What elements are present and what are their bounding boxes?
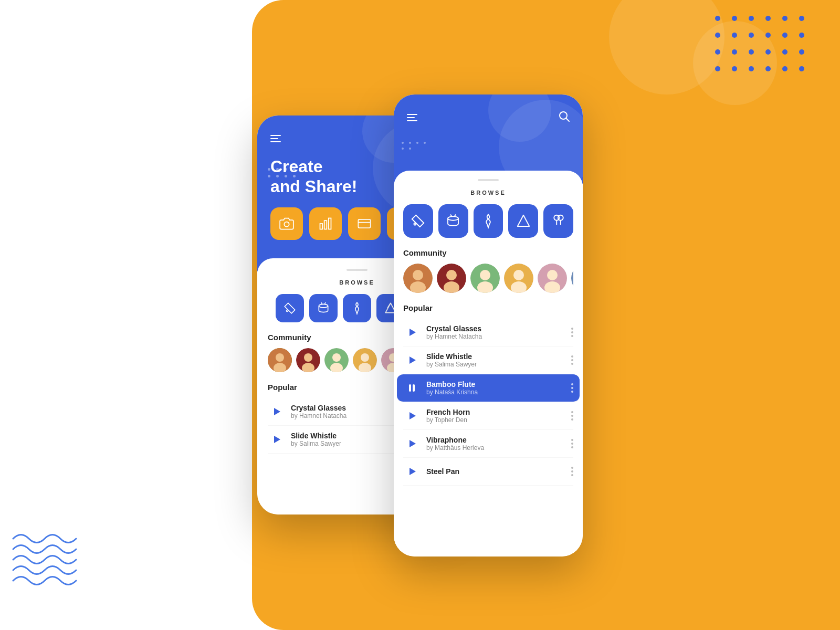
r-cat-drum[interactable]: [438, 204, 468, 238]
play-btn-1[interactable]: [268, 403, 285, 420]
r-track-item-1[interactable]: Crystal Glasses by Hamnet Natacha: [403, 319, 573, 346]
svg-line-11: [324, 302, 326, 304]
rhd: [409, 142, 411, 144]
r-play-btn-1[interactable]: [403, 324, 420, 341]
avatar-2[interactable]: [296, 348, 320, 372]
r-track-item-2[interactable]: Slide Whistle by Salima Sawyer: [403, 346, 573, 374]
r-avatar-5[interactable]: [538, 264, 567, 293]
right-category-row: [403, 204, 573, 238]
r-track-info-5: Vibraphone by Matthäus Herleva: [426, 436, 565, 452]
cat-guitar[interactable]: [276, 294, 304, 322]
svg-point-44: [448, 216, 458, 220]
right-header-nav: [407, 110, 570, 125]
r-play-btn-2[interactable]: [403, 352, 420, 369]
svg-point-21: [276, 353, 284, 362]
r-track-info-1: Crystal Glasses by Hamnet Natacha: [426, 324, 565, 340]
svg-line-13: [387, 303, 391, 308]
menu-line-2: [270, 138, 278, 139]
r-play-btn-5[interactable]: [403, 435, 420, 452]
r-more-dots-3[interactable]: [571, 383, 573, 393]
svg-point-53: [413, 270, 423, 280]
svg-point-56: [446, 270, 457, 280]
right-phone: BROWSE: [394, 94, 583, 556]
r-header-dots: [402, 142, 427, 150]
r-avatar-6[interactable]: [571, 264, 573, 293]
svg-line-42: [566, 119, 570, 122]
r-track-item-4[interactable]: French Horn by Topher Den: [403, 402, 573, 430]
r-more-dots-5[interactable]: [571, 439, 573, 448]
svg-point-2: [284, 222, 289, 226]
r-popular-title: Popular: [403, 303, 573, 312]
right-drag-handle: [478, 179, 499, 181]
r-play-btn-6[interactable]: [403, 463, 420, 480]
r-track-name-6: Steel Pan: [426, 467, 565, 476]
r-play-triangle-6: [410, 468, 416, 475]
r-avatar-4[interactable]: [504, 264, 533, 293]
r-track-name-2: Slide Whistle: [426, 352, 565, 361]
r-track-list: Crystal Glasses by Hamnet Natacha: [403, 319, 573, 486]
cat-violin[interactable]: [343, 294, 371, 322]
r-cat-triangle[interactable]: [508, 204, 538, 238]
avatar-3[interactable]: [324, 348, 349, 372]
r-play-triangle-4: [410, 412, 416, 419]
r-track-info-3: Bamboo Flute by Nataša Krishna: [426, 380, 565, 396]
svg-line-10: [321, 302, 322, 304]
r-cat-maracas[interactable]: [543, 204, 573, 238]
r-track-artist-3: by Nataša Krishna: [426, 388, 565, 396]
right-browse-title: BROWSE: [403, 190, 573, 196]
svg-point-27: [332, 353, 341, 362]
r-avatar-2[interactable]: [437, 264, 466, 293]
chart-button[interactable]: [309, 207, 342, 240]
right-phone-wrapper: BROWSE: [394, 94, 583, 556]
r-avatar-3[interactable]: [470, 264, 500, 293]
svg-point-62: [513, 270, 524, 280]
cat-drum[interactable]: [309, 294, 338, 322]
r-more-dots-1[interactable]: [571, 328, 573, 337]
menu-line-1: [407, 114, 417, 115]
r-community-row: [403, 264, 573, 293]
drag-handle: [346, 269, 368, 271]
camera-button[interactable]: [270, 207, 303, 240]
menu-line-2: [407, 117, 415, 118]
play-triangle-2: [274, 436, 280, 443]
rhd: [416, 142, 418, 144]
avatar-1[interactable]: [268, 348, 292, 372]
r-more-dots-6[interactable]: [571, 467, 573, 476]
menu-icon[interactable]: [270, 135, 281, 142]
svg-point-8: [287, 310, 288, 311]
card-button[interactable]: [348, 207, 381, 240]
r-play-triangle-1: [410, 329, 416, 336]
r-track-item-6[interactable]: Steel Pan: [403, 458, 573, 486]
r-avatar-1[interactable]: [403, 264, 433, 293]
play-btn-2[interactable]: [268, 431, 285, 448]
pause-icon: [409, 384, 415, 392]
svg-line-46: [455, 215, 456, 217]
rhd: [409, 148, 411, 150]
play-triangle-1: [274, 408, 280, 415]
r-cat-guitar[interactable]: [403, 204, 433, 238]
svg-rect-3: [320, 224, 323, 229]
r-track-item-5[interactable]: Vibraphone by Matthäus Herleva: [403, 430, 573, 458]
svg-point-9: [319, 304, 328, 308]
r-track-item-3[interactable]: Bamboo Flute by Nataša Krishna: [397, 374, 580, 402]
r-more-dots-4[interactable]: [571, 411, 573, 421]
right-search-icon[interactable]: [558, 110, 570, 125]
r-track-name-5: Vibraphone: [426, 436, 565, 444]
rhd: [424, 142, 426, 144]
right-menu-icon[interactable]: [407, 114, 417, 121]
r-cat-violin[interactable]: [474, 204, 503, 238]
r-track-name-1: Crystal Glasses: [426, 324, 565, 333]
r-pause-btn-3[interactable]: [403, 380, 420, 396]
svg-line-45: [450, 215, 452, 217]
r-more-dots-2[interactable]: [571, 355, 573, 365]
svg-point-30: [361, 353, 369, 362]
r-play-btn-4[interactable]: [403, 407, 420, 424]
svg-point-65: [547, 270, 558, 280]
menu-line-1: [270, 135, 281, 136]
r-track-name-3: Bamboo Flute: [426, 380, 565, 388]
menu-line-3: [270, 141, 281, 142]
svg-point-50: [558, 215, 563, 220]
right-phone-body: BROWSE: [394, 171, 583, 556]
avatar-4[interactable]: [353, 348, 377, 372]
r-track-artist-5: by Matthäus Herleva: [426, 444, 565, 452]
